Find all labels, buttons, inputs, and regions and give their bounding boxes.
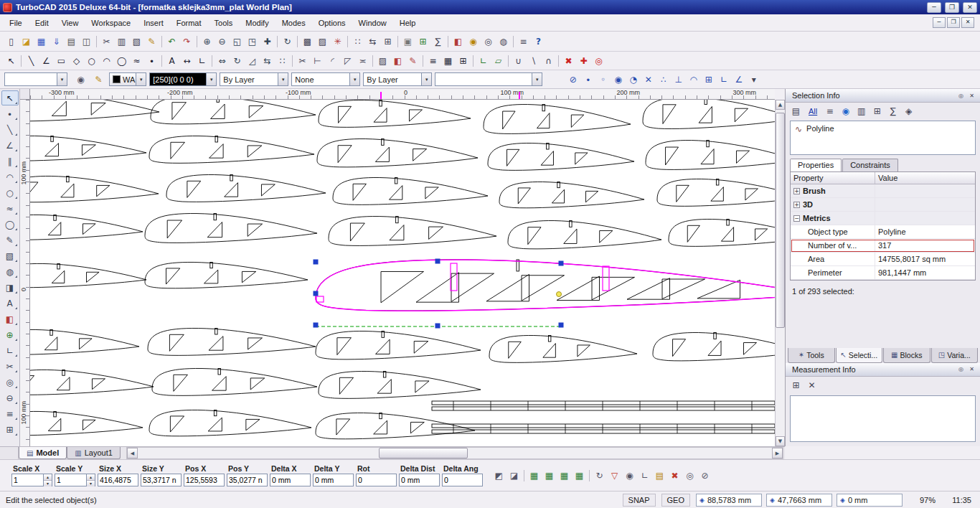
chevron-down-icon[interactable]: ▾ bbox=[57, 73, 67, 85]
prop-group-brush[interactable]: +Brush bbox=[791, 184, 975, 198]
layer-combo[interactable]: By Layer▾ bbox=[220, 72, 288, 86]
text-tool-button[interactable]: A bbox=[1, 296, 19, 311]
copy-entities-button[interactable]: ∷ bbox=[350, 34, 365, 49]
paste-button[interactable]: ▧ bbox=[129, 34, 144, 49]
status-field-input[interactable] bbox=[227, 474, 267, 486]
separator[interactable] bbox=[209, 53, 215, 68]
scrollbar-track[interactable] bbox=[776, 110, 785, 436]
text-button[interactable]: A bbox=[164, 53, 179, 68]
boolean-subtract-button[interactable]: ∖ bbox=[526, 53, 541, 68]
print-preview-button[interactable]: ◫ bbox=[79, 34, 94, 49]
nearest-snap-button[interactable]: ∴ bbox=[656, 72, 671, 87]
polyline-tool-button[interactable]: ∠ bbox=[1, 138, 19, 153]
menu-item[interactable]: Edit bbox=[29, 16, 55, 30]
array-copy-button[interactable]: ⊞ bbox=[380, 34, 395, 49]
explode-button[interactable]: ✳ bbox=[330, 34, 345, 49]
snap-settings-button[interactable]: ▾ bbox=[746, 72, 761, 87]
ortho-mode-button[interactable]: ∟ bbox=[716, 72, 731, 87]
property-column-header[interactable]: Property bbox=[791, 172, 875, 184]
pen-width-button[interactable]: WA ▾ bbox=[109, 72, 146, 86]
scripts-button[interactable]: ≡ bbox=[516, 34, 531, 49]
prop-value[interactable]: 981,1447 mm bbox=[875, 268, 975, 277]
degrade-selection-button[interactable]: ▽ bbox=[607, 468, 622, 483]
tangent-snap-button[interactable]: ◠ bbox=[686, 72, 701, 87]
separator[interactable] bbox=[420, 53, 425, 68]
rotate-button[interactable]: ↻ bbox=[230, 53, 245, 68]
format-painter-button[interactable]: ✎ bbox=[144, 34, 159, 49]
visibility-button[interactable]: ◉ bbox=[73, 72, 88, 87]
measurement-info-header[interactable]: Measurement Info ◎ ✕ bbox=[786, 363, 980, 377]
separator[interactable] bbox=[275, 34, 280, 49]
separator[interactable] bbox=[290, 53, 295, 68]
workplane-by-facet-button[interactable]: ◩ bbox=[491, 468, 507, 483]
add-entity-button[interactable]: ✚ bbox=[576, 53, 591, 68]
close-icon[interactable]: ✕ bbox=[966, 364, 977, 374]
arc-tool-button[interactable]: ◠ bbox=[1, 169, 19, 184]
chevron-down-icon[interactable]: ▾ bbox=[532, 73, 542, 85]
prop-value[interactable]: Polyline bbox=[875, 227, 975, 236]
boolean-union-button[interactable]: ∪ bbox=[511, 53, 526, 68]
group-button[interactable]: ▩ bbox=[300, 34, 315, 49]
hatch-button[interactable]: ▨ bbox=[375, 53, 390, 68]
pen-color-combo[interactable]: [250](0 0 0)▾ bbox=[149, 72, 217, 86]
prop-row-number-of-vertices[interactable]: Number of v... 317 bbox=[791, 239, 975, 253]
separator[interactable] bbox=[345, 34, 350, 49]
separator[interactable] bbox=[159, 34, 164, 49]
separator[interactable] bbox=[94, 34, 99, 49]
separator[interactable] bbox=[506, 53, 511, 68]
rectangle-button[interactable]: ▭ bbox=[54, 53, 69, 68]
zoom-in-button[interactable]: ⊕ bbox=[199, 34, 215, 49]
grid-snap-button[interactable]: ⊞ bbox=[701, 72, 716, 87]
lights-button[interactable]: ◉ bbox=[466, 34, 481, 49]
properties-page-button[interactable]: ▤ bbox=[788, 104, 804, 119]
selection-tab[interactable]: ↖Selecti... bbox=[836, 348, 883, 363]
redo-button[interactable]: ↷ bbox=[179, 34, 194, 49]
workplane-by-entity-button[interactable]: ◪ bbox=[507, 468, 522, 483]
prop-value[interactable]: 317 bbox=[875, 241, 975, 250]
chevron-down-icon[interactable]: ▾ bbox=[421, 73, 431, 85]
redraw-button[interactable]: ↻ bbox=[280, 34, 295, 49]
extend-button[interactable]: ⊢ bbox=[310, 53, 325, 68]
grid-tool-button[interactable]: ⊞ bbox=[1, 422, 19, 437]
prop-row-area[interactable]: Area 14755,8017 sq mm bbox=[791, 253, 975, 266]
midpoint-snap-button[interactable]: ◦ bbox=[595, 72, 611, 87]
tab-constraints[interactable]: Constraints bbox=[842, 159, 898, 171]
double-line-tool-button[interactable]: ∥ bbox=[1, 154, 19, 169]
chevron-down-icon[interactable]: ▾ bbox=[206, 73, 216, 85]
separator[interactable] bbox=[511, 34, 516, 49]
materials-button[interactable]: ◧ bbox=[451, 34, 466, 49]
prop-group-metrics[interactable]: −Metrics bbox=[791, 212, 975, 225]
pattern-combo[interactable]: None▾ bbox=[291, 72, 360, 86]
insert-symbol-tool-button[interactable]: ⊕ bbox=[1, 327, 19, 342]
clear-measurement-button[interactable]: ✕ bbox=[804, 377, 819, 392]
attribute-field[interactable]: ▾ bbox=[435, 72, 542, 86]
snap-tool-button[interactable]: ◎ bbox=[1, 375, 19, 390]
prop-row-perimeter[interactable]: Perimeter 981,1447 mm bbox=[791, 266, 975, 280]
separator[interactable] bbox=[194, 34, 199, 49]
chevron-down-icon[interactable]: ▾ bbox=[349, 73, 359, 85]
x-coordinate[interactable]: 88,5783 mm bbox=[696, 494, 762, 507]
separator[interactable] bbox=[471, 53, 476, 68]
horizontal-scrollbar[interactable]: ◀ ▶ bbox=[126, 447, 783, 459]
snap-toggle[interactable]: SNAP bbox=[623, 494, 656, 507]
highlight-button[interactable]: ◉ bbox=[838, 104, 853, 119]
linestyle-combo[interactable]: By Layer▾ bbox=[363, 72, 432, 86]
y-coordinate[interactable]: 47,7663 mm bbox=[766, 494, 832, 507]
section-tool-button[interactable]: ✂ bbox=[1, 359, 19, 374]
zoom-window-button[interactable]: ◱ bbox=[230, 34, 245, 49]
measure-area-button[interactable]: ▱ bbox=[491, 53, 506, 68]
target-button[interactable]: ◎ bbox=[591, 53, 606, 68]
separator[interactable] bbox=[19, 53, 24, 68]
separator[interactable] bbox=[522, 468, 527, 483]
line-button[interactable]: ╲ bbox=[24, 53, 39, 68]
prop-row-object-type[interactable]: Object type Polyline bbox=[791, 225, 975, 239]
menu-item[interactable]: Format bbox=[170, 16, 208, 30]
perpendicular-snap-button[interactable]: ⊥ bbox=[671, 72, 686, 87]
ellipse-tool-button[interactable]: ◯ bbox=[1, 217, 19, 232]
arc-button[interactable]: ◠ bbox=[99, 53, 114, 68]
polygon-button[interactable]: ◇ bbox=[69, 53, 84, 68]
new-button[interactable]: ▯ bbox=[4, 34, 19, 49]
record-button[interactable]: ◎ bbox=[682, 468, 697, 483]
sum-button[interactable]: ∑ bbox=[885, 104, 900, 119]
status-field-input[interactable] bbox=[141, 474, 181, 486]
